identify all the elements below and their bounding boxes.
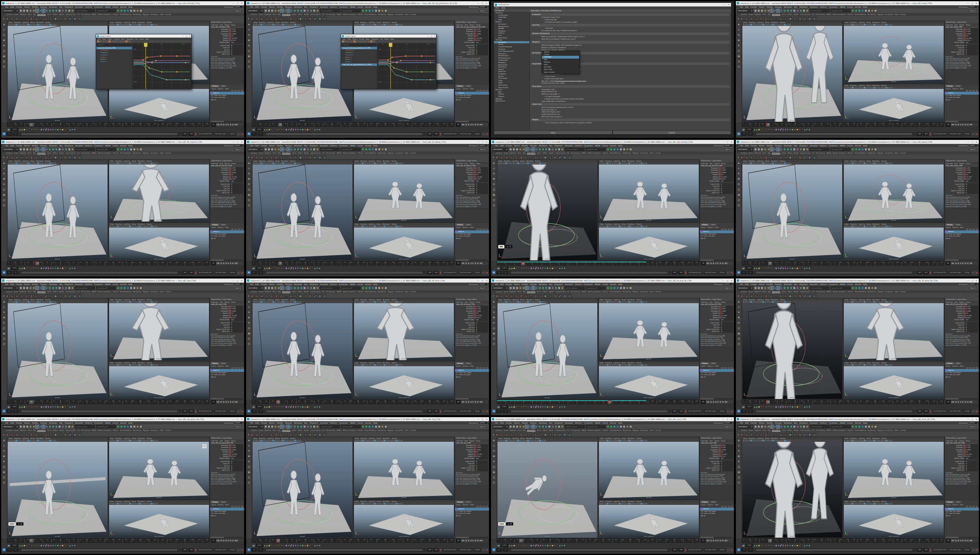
atools-icon[interactable]: ⌒ <box>28 544 30 547</box>
close-button[interactable]: ✕ <box>731 141 732 143</box>
atools-icon[interactable]: U <box>78 17 82 20</box>
workspace-select[interactable]: poser <box>479 144 488 147</box>
render-settings-icon[interactable] <box>793 425 796 428</box>
wire-icon[interactable] <box>120 425 123 428</box>
panel-icon[interactable] <box>156 162 158 164</box>
shelf-tab[interactable]: Motion Graphics <box>343 13 356 15</box>
atools-icon[interactable]: ✚ <box>72 128 73 131</box>
panel-icon[interactable] <box>529 162 531 164</box>
panel-icon[interactable] <box>362 440 364 441</box>
panel-icon[interactable] <box>117 226 119 227</box>
panel-icon[interactable] <box>883 440 885 441</box>
shelf-tab[interactable]: Pipeline <box>510 429 516 431</box>
record-icon[interactable]: ● <box>486 410 488 412</box>
panel-menu-item[interactable]: Renderer <box>138 437 145 439</box>
shelf-tab[interactable]: Print <box>518 429 521 431</box>
panel-icon[interactable] <box>890 364 892 366</box>
maximize-button[interactable]: ▢ <box>237 280 238 282</box>
panel-icon[interactable] <box>849 87 851 89</box>
panel-icon[interactable] <box>384 440 386 441</box>
shelf-tab[interactable]: Scale <box>748 429 753 431</box>
range-end-field[interactable]: 149 <box>678 271 684 274</box>
menu-item[interactable]: Edit <box>11 6 14 8</box>
channel-box-menu[interactable]: Edit <box>955 162 958 165</box>
atools-icon[interactable]: ◆ <box>540 267 542 270</box>
panel-menu-item[interactable]: Lighting <box>613 160 620 162</box>
panel-icon[interactable] <box>143 162 145 164</box>
panel-icon[interactable] <box>148 24 150 25</box>
linear-tangent-icon[interactable]: ⌁ <box>265 155 268 159</box>
panel-icon[interactable] <box>131 162 133 164</box>
atools-icon[interactable]: ▲ <box>804 128 805 131</box>
shelf-tab[interactable]: Rigging <box>388 13 394 15</box>
linear-tangent-icon[interactable]: ⌁ <box>754 294 758 298</box>
panel-icon[interactable] <box>141 440 143 441</box>
symmetry-select[interactable]: symmetry off <box>96 9 116 13</box>
panel-icon[interactable] <box>8 440 10 441</box>
panel-menu-item[interactable]: Panels <box>392 500 397 502</box>
atools-icon[interactable]: ∿ <box>309 267 311 270</box>
channel-box-menu[interactable]: Show <box>966 162 970 165</box>
panel-icon[interactable] <box>134 440 136 441</box>
arc-icon[interactable]: ⌒ <box>774 294 778 298</box>
new-scene-icon[interactable] <box>509 425 512 428</box>
menu-item[interactable]: Cache <box>357 283 363 285</box>
panel-icon[interactable] <box>49 162 51 164</box>
close-button[interactable]: ✕ <box>486 141 487 143</box>
arc-icon[interactable]: ⌒ <box>529 294 533 298</box>
panel-icon[interactable] <box>126 24 129 25</box>
flat-tangent-icon[interactable]: ≈ <box>750 155 753 159</box>
menu-item[interactable]: MASH <box>595 422 600 424</box>
transport-button[interactable]: |◀◀ <box>951 401 954 403</box>
atools-icon[interactable]: ▲ <box>509 544 510 547</box>
panel-icon[interactable] <box>517 301 519 303</box>
shelf-tab[interactable]: Animation <box>527 429 535 432</box>
range-start-field[interactable]: 1 <box>251 409 257 413</box>
atools-icon[interactable]: ↶ <box>278 544 280 547</box>
live-surface-field[interactable]: no live surface <box>565 286 585 290</box>
layer-tab[interactable]: Anim <box>710 501 717 503</box>
atools-value-field[interactable]: 0.001 <box>11 266 18 270</box>
panel-icon[interactable] <box>384 301 386 303</box>
atools-icon[interactable]: ∩ <box>276 544 277 547</box>
panel-icon[interactable] <box>614 440 616 441</box>
ge-menu-item[interactable]: Curves <box>359 38 365 40</box>
render-settings-icon[interactable] <box>58 148 61 151</box>
panel-icon[interactable] <box>861 87 863 89</box>
atools-icon[interactable]: ⊕ <box>55 405 56 409</box>
rotate-tool-icon[interactable]: ↻ <box>247 182 251 186</box>
panel-menu-item[interactable]: Shading <box>605 362 612 364</box>
transport-button[interactable]: |▶ <box>964 262 967 265</box>
atools-icon[interactable]: ✚ <box>561 267 563 270</box>
shelf-tab[interactable]: Animation <box>527 291 535 293</box>
panel-icon[interactable] <box>255 162 257 164</box>
snap-plane-icon[interactable] <box>290 148 293 151</box>
atools-icon[interactable]: ● <box>62 128 63 131</box>
ge-menu-item[interactable]: Select <box>107 38 112 40</box>
ease-icon[interactable]: ∩ <box>44 433 48 436</box>
joint-icon[interactable] <box>371 287 374 289</box>
menu-item[interactable]: MASH <box>840 6 845 8</box>
panel-menu-item[interactable]: Show <box>275 160 280 162</box>
shelf-tab[interactable]: Rendering <box>133 291 141 293</box>
move-tool-icon[interactable]: ✥ <box>2 315 6 319</box>
panel-icon[interactable] <box>275 162 277 164</box>
channel-value[interactable]: 0 <box>965 53 978 55</box>
menu-item[interactable]: Cache <box>847 283 853 285</box>
key-icon[interactable]: ◇ <box>34 17 38 20</box>
ease-icon[interactable]: ∩ <box>779 294 782 298</box>
transport-button[interactable]: ▶ <box>717 262 719 265</box>
layer-menu[interactable]: Help <box>225 365 229 367</box>
ge-tool-icon[interactable] <box>356 40 358 42</box>
panel-menu-item[interactable]: Shading <box>360 21 367 23</box>
layer-row[interactable]: anim_ls <box>210 230 244 233</box>
layer-menu[interactable]: Layers <box>211 504 216 506</box>
snap-grid-icon[interactable] <box>36 287 38 289</box>
panel-icon[interactable] <box>522 162 524 164</box>
render-icon[interactable] <box>52 425 55 428</box>
panel-icon[interactable] <box>864 503 866 504</box>
panel-icon[interactable] <box>873 364 875 366</box>
panel-icon[interactable] <box>357 226 359 227</box>
panel-icon[interactable] <box>638 503 640 504</box>
shelf-tab[interactable]: Anim <box>292 291 296 293</box>
